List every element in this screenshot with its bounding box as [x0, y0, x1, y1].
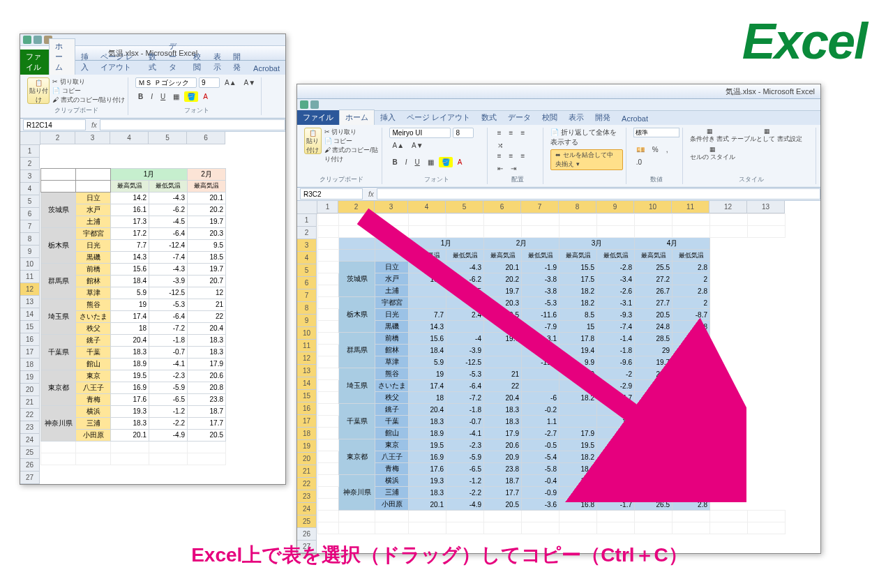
row-head[interactable]: 2 — [20, 158, 40, 170]
col-head[interactable]: 5 — [149, 132, 187, 144]
row-head[interactable]: 6 — [297, 277, 317, 289]
format-painter-button[interactable]: 🖌 書式のコピー/貼り付け — [324, 146, 380, 164]
row-head[interactable]: 16 — [297, 402, 317, 415]
col-head síce[interactable]: 3 — [375, 201, 408, 213]
row-head[interactable]: 27 — [20, 472, 40, 484]
border-button[interactable]: ▦ — [425, 157, 437, 167]
percent-icon[interactable]: % — [649, 144, 661, 155]
row-head[interactable]: 15 — [297, 390, 317, 402]
merge-button[interactable]: ⬌ セルを結合して中央揃え ▾ — [550, 149, 622, 170]
save-icon[interactable] — [300, 100, 308, 109]
data-grid[interactable]: 1月2月3月4月最高気温最低気温最高気温最低気温最高気温最低気温最高気温最低気温… — [317, 213, 786, 534]
row-head[interactable]: 25 — [297, 515, 317, 528]
row-head[interactable]: 24 — [297, 503, 317, 515]
row-head[interactable]: 20 — [20, 384, 40, 396]
row-head[interactable]: 10 — [20, 258, 40, 271]
fx-icon[interactable]: fx — [368, 190, 374, 198]
col-head síce[interactable]: 4 — [408, 201, 446, 213]
decrease-font-icon[interactable]: A▼ — [409, 140, 426, 151]
underline-button[interactable]: U — [412, 157, 423, 167]
row-head[interactable]: 8 — [297, 302, 317, 315]
tab-review[interactable]: 校閲 — [188, 50, 208, 75]
col-head síce[interactable]: 12 — [709, 201, 747, 213]
fill-color-button[interactable]: 🪣 — [184, 91, 198, 102]
tab-layout[interactable]: ページ レイアウト — [95, 50, 143, 75]
row-head[interactable]: 5 — [297, 264, 317, 277]
data-grid[interactable]: 1月2月最高気温最低気温最高気温茨城県日立14.2-4.320.1水戸16.1-… — [40, 144, 226, 465]
increase-font-icon[interactable]: A▲ — [389, 140, 407, 151]
font-color-button[interactable]: A — [200, 91, 211, 102]
row-head[interactable]: 17 — [297, 415, 317, 428]
tab-formula[interactable]: 数式 — [476, 110, 502, 125]
name-box[interactable] — [300, 188, 363, 199]
col-head síce[interactable]: 10 — [634, 201, 672, 213]
bold-button[interactable]: B — [389, 157, 400, 167]
fx-icon[interactable]: fx — [91, 121, 97, 129]
underline-button[interactable]: U — [158, 91, 168, 102]
format-painter-button[interactable]: 🖌 書式のコピー/貼り付け — [52, 96, 125, 105]
row-head[interactable]: 13 — [297, 365, 317, 377]
row-head[interactable]: 14 — [20, 308, 40, 321]
row-head[interactable]: 1 — [20, 145, 40, 158]
font-select[interactable] — [135, 77, 197, 88]
wrap-button[interactable]: 📄 折り返して全体を表示する — [550, 128, 622, 147]
row-head[interactable]: 24 — [20, 434, 40, 446]
fill-color-button[interactable]: 🪣 — [439, 157, 453, 167]
row-head[interactable]: 14 — [297, 377, 317, 390]
align-bot-icon[interactable]: ≡ — [518, 128, 527, 138]
col-head síce[interactable]: 8 — [559, 201, 596, 213]
row-head[interactable]: 20 — [297, 453, 317, 465]
col-head síce[interactable]: 5 — [446, 201, 483, 213]
col-head síce[interactable]: 1 — [317, 201, 338, 213]
col-head síce[interactable]: 9 — [596, 201, 634, 213]
row-head[interactable]: 26 — [20, 459, 40, 472]
col-head síce[interactable]: 13 — [747, 201, 785, 213]
worksheet-2[interactable]: 1234567891011121314151617181920212223242… — [297, 201, 820, 553]
row-head[interactable]: 25 — [20, 446, 40, 459]
name-box[interactable] — [23, 119, 86, 130]
row-head[interactable]: 5 — [20, 195, 40, 208]
tab-file[interactable]: ファイル — [297, 110, 339, 125]
worksheet[interactable]: 1234567891011121314151617181920212223242… — [20, 132, 285, 484]
select-all-corner[interactable] — [20, 132, 40, 145]
row-head[interactable]: 23 — [297, 490, 317, 503]
paste-button[interactable]: 📋貼り付け — [304, 128, 322, 154]
row-head[interactable]: 4 — [20, 183, 40, 195]
font-color-button[interactable]: A — [455, 157, 465, 167]
row-head[interactable]: 11 — [297, 340, 317, 352]
align-mid-icon[interactable]: ≡ — [506, 128, 516, 138]
cond-format-button[interactable]: ▦条件付き 書式 — [690, 128, 730, 144]
row-head[interactable]: 4 — [297, 252, 317, 264]
inc-dec-icon[interactable]: .0 — [633, 157, 645, 167]
orientation-icon[interactable]: ⤭ — [495, 140, 506, 151]
col-head[interactable]: 6 — [187, 132, 225, 144]
undo-icon[interactable] — [33, 36, 42, 44]
font-select[interactable] — [389, 128, 451, 138]
row-head[interactable]: 7 — [297, 289, 317, 302]
row-head[interactable]: 9 — [20, 246, 40, 258]
decrease-font-icon[interactable]: A▼ — [241, 77, 259, 88]
tab-dev[interactable]: 開発 — [589, 110, 616, 125]
row-head[interactable]: 22 — [297, 478, 317, 490]
row-head[interactable]: 18 — [20, 359, 40, 371]
tab-data[interactable]: データ — [163, 39, 188, 75]
cell-style-button[interactable]: ▦セルの スタイル — [690, 146, 736, 162]
tab-view[interactable]: 表示 — [208, 50, 228, 75]
tab-file[interactable]: ファイル — [20, 50, 49, 75]
row-head[interactable]: 19 — [20, 371, 40, 384]
tab-layout[interactable]: ページ レイアウト — [401, 110, 476, 125]
row-head[interactable]: 15 — [20, 321, 40, 333]
row-head[interactable]: 12 — [297, 352, 317, 365]
tab-dev[interactable]: 開発 — [227, 50, 248, 75]
align-center-icon[interactable]: ≡ — [506, 151, 516, 161]
col-head síce[interactable]: 2 — [338, 201, 375, 213]
row-head[interactable]: 11 — [20, 271, 40, 283]
row-head[interactable]: 21 — [20, 396, 40, 409]
formula-bar[interactable] — [100, 119, 285, 130]
col-head síce[interactable]: 7 — [521, 201, 559, 213]
row-head[interactable]: 19 — [297, 440, 317, 453]
row-head[interactable]: 17 — [20, 346, 40, 359]
table-format-button[interactable]: ▦テーブルとして 書式設定 — [731, 128, 802, 144]
tab-view[interactable]: 表示 — [563, 110, 589, 125]
font-size[interactable] — [453, 128, 474, 138]
